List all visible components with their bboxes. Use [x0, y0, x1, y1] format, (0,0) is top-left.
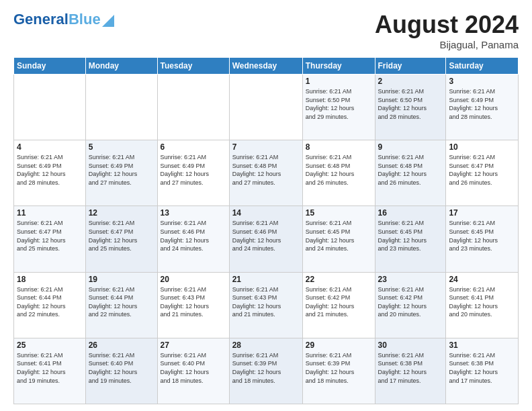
col-wednesday: Wednesday: [229, 58, 302, 75]
week-row-2: 11Sunrise: 6:21 AM Sunset: 6:47 PM Dayli…: [14, 206, 519, 272]
day-info: Sunrise: 6:21 AM Sunset: 6:38 PM Dayligh…: [449, 351, 515, 385]
calendar-cell: 6Sunrise: 6:21 AM Sunset: 6:49 PM Daylig…: [157, 140, 229, 206]
svg-marker-0: [102, 15, 114, 27]
calendar-table: Sunday Monday Tuesday Wednesday Thursday…: [13, 57, 519, 404]
day-number: 6: [161, 142, 226, 152]
day-info: Sunrise: 6:21 AM Sunset: 6:40 PM Dayligh…: [161, 351, 226, 385]
day-info: Sunrise: 6:21 AM Sunset: 6:48 PM Dayligh…: [378, 153, 443, 187]
day-info: Sunrise: 6:21 AM Sunset: 6:43 PM Dayligh…: [232, 285, 300, 319]
day-info: Sunrise: 6:21 AM Sunset: 6:42 PM Dayligh…: [378, 285, 443, 319]
day-number: 13: [161, 208, 226, 218]
day-number: 9: [378, 142, 443, 152]
day-number: 20: [161, 275, 226, 284]
day-info: Sunrise: 6:21 AM Sunset: 6:46 PM Dayligh…: [161, 219, 226, 253]
title-block: August 2024 Bijagual, Panama: [375, 11, 519, 50]
day-number: 29: [306, 340, 372, 350]
day-info: Sunrise: 6:21 AM Sunset: 6:47 PM Dayligh…: [449, 153, 515, 187]
calendar-cell: 3Sunrise: 6:21 AM Sunset: 6:49 PM Daylig…: [446, 75, 519, 140]
day-number: 30: [378, 340, 443, 350]
calendar-cell: 10Sunrise: 6:21 AM Sunset: 6:47 PM Dayli…: [446, 140, 519, 206]
day-number: 21: [232, 275, 300, 284]
week-row-0: 1Sunrise: 6:21 AM Sunset: 6:50 PM Daylig…: [14, 75, 519, 140]
calendar-cell: 29Sunrise: 6:21 AM Sunset: 6:39 PM Dayli…: [302, 338, 375, 404]
day-number: 7: [232, 142, 300, 152]
calendar-cell: 17Sunrise: 6:21 AM Sunset: 6:45 PM Dayli…: [446, 206, 519, 272]
calendar-cell: 16Sunrise: 6:21 AM Sunset: 6:45 PM Dayli…: [375, 206, 446, 272]
calendar-cell: 18Sunrise: 6:21 AM Sunset: 6:44 PM Dayli…: [14, 272, 86, 338]
day-info: Sunrise: 6:21 AM Sunset: 6:39 PM Dayligh…: [306, 351, 372, 385]
calendar-cell: [85, 75, 157, 140]
day-number: 2: [378, 77, 443, 86]
day-number: 4: [17, 142, 83, 152]
calendar-cell: 19Sunrise: 6:21 AM Sunset: 6:44 PM Dayli…: [85, 272, 157, 338]
location: Bijagual, Panama: [375, 39, 519, 50]
day-info: Sunrise: 6:21 AM Sunset: 6:44 PM Dayligh…: [89, 285, 154, 319]
day-info: Sunrise: 6:21 AM Sunset: 6:45 PM Dayligh…: [306, 219, 372, 253]
calendar-cell: 4Sunrise: 6:21 AM Sunset: 6:49 PM Daylig…: [14, 140, 86, 206]
day-info: Sunrise: 6:21 AM Sunset: 6:39 PM Dayligh…: [232, 351, 300, 385]
calendar-cell: 28Sunrise: 6:21 AM Sunset: 6:39 PM Dayli…: [229, 338, 302, 404]
calendar-cell: [157, 75, 229, 140]
day-number: 16: [378, 208, 443, 218]
day-info: Sunrise: 6:21 AM Sunset: 6:49 PM Dayligh…: [17, 153, 83, 187]
day-number: 12: [89, 208, 154, 218]
col-friday: Friday: [375, 58, 446, 75]
day-number: 26: [89, 340, 154, 350]
day-info: Sunrise: 6:21 AM Sunset: 6:45 PM Dayligh…: [378, 219, 443, 253]
calendar-cell: 20Sunrise: 6:21 AM Sunset: 6:43 PM Dayli…: [157, 272, 229, 338]
day-number: 22: [306, 275, 372, 284]
day-number: 5: [89, 142, 154, 152]
day-number: 19: [89, 275, 154, 284]
header-row: Sunday Monday Tuesday Wednesday Thursday…: [14, 58, 519, 75]
day-number: 27: [161, 340, 226, 350]
calendar-cell: 5Sunrise: 6:21 AM Sunset: 6:49 PM Daylig…: [85, 140, 157, 206]
calendar-cell: 22Sunrise: 6:21 AM Sunset: 6:42 PM Dayli…: [302, 272, 375, 338]
day-info: Sunrise: 6:21 AM Sunset: 6:50 PM Dayligh…: [306, 87, 372, 121]
day-info: Sunrise: 6:21 AM Sunset: 6:41 PM Dayligh…: [449, 285, 515, 319]
week-row-1: 4Sunrise: 6:21 AM Sunset: 6:49 PM Daylig…: [14, 140, 519, 206]
day-info: Sunrise: 6:21 AM Sunset: 6:43 PM Dayligh…: [161, 285, 226, 319]
day-info: Sunrise: 6:21 AM Sunset: 6:46 PM Dayligh…: [232, 219, 300, 253]
calendar-cell: 7Sunrise: 6:21 AM Sunset: 6:48 PM Daylig…: [229, 140, 302, 206]
day-number: 31: [449, 340, 515, 350]
day-info: Sunrise: 6:21 AM Sunset: 6:47 PM Dayligh…: [89, 219, 154, 253]
day-number: 24: [449, 275, 515, 284]
col-tuesday: Tuesday: [157, 58, 229, 75]
calendar-cell: 26Sunrise: 6:21 AM Sunset: 6:40 PM Dayli…: [85, 338, 157, 404]
calendar-cell: 27Sunrise: 6:21 AM Sunset: 6:40 PM Dayli…: [157, 338, 229, 404]
day-number: 15: [306, 208, 372, 218]
logo-general: General: [13, 11, 69, 28]
logo-triangle-icon: [102, 15, 114, 27]
calendar-cell: 11Sunrise: 6:21 AM Sunset: 6:47 PM Dayli…: [14, 206, 86, 272]
calendar-cell: 24Sunrise: 6:21 AM Sunset: 6:41 PM Dayli…: [446, 272, 519, 338]
day-info: Sunrise: 6:21 AM Sunset: 6:48 PM Dayligh…: [306, 153, 372, 187]
day-number: 17: [449, 208, 515, 218]
day-number: 3: [449, 77, 515, 86]
header: General Blue August 2024 Bijagual, Panam…: [13, 11, 519, 50]
calendar-cell: 8Sunrise: 6:21 AM Sunset: 6:48 PM Daylig…: [302, 140, 375, 206]
calendar-cell: 2Sunrise: 6:21 AM Sunset: 6:50 PM Daylig…: [375, 75, 446, 140]
day-info: Sunrise: 6:21 AM Sunset: 6:47 PM Dayligh…: [17, 219, 83, 253]
day-info: Sunrise: 6:21 AM Sunset: 6:49 PM Dayligh…: [449, 87, 515, 121]
day-number: 14: [232, 208, 300, 218]
page: General Blue August 2024 Bijagual, Panam…: [0, 0, 532, 411]
day-number: 10: [449, 142, 515, 152]
day-info: Sunrise: 6:21 AM Sunset: 6:41 PM Dayligh…: [17, 351, 83, 385]
calendar-cell: 30Sunrise: 6:21 AM Sunset: 6:38 PM Dayli…: [375, 338, 446, 404]
day-info: Sunrise: 6:21 AM Sunset: 6:48 PM Dayligh…: [232, 153, 300, 187]
col-thursday: Thursday: [302, 58, 375, 75]
day-info: Sunrise: 6:21 AM Sunset: 6:38 PM Dayligh…: [378, 351, 443, 385]
day-info: Sunrise: 6:21 AM Sunset: 6:40 PM Dayligh…: [89, 351, 154, 385]
logo: General Blue: [13, 11, 114, 28]
calendar-cell: 9Sunrise: 6:21 AM Sunset: 6:48 PM Daylig…: [375, 140, 446, 206]
calendar-cell: 31Sunrise: 6:21 AM Sunset: 6:38 PM Dayli…: [446, 338, 519, 404]
calendar-cell: 15Sunrise: 6:21 AM Sunset: 6:45 PM Dayli…: [302, 206, 375, 272]
calendar-cell: [14, 75, 86, 140]
calendar-cell: 14Sunrise: 6:21 AM Sunset: 6:46 PM Dayli…: [229, 206, 302, 272]
day-info: Sunrise: 6:21 AM Sunset: 6:44 PM Dayligh…: [17, 285, 83, 319]
day-number: 25: [17, 340, 83, 350]
col-saturday: Saturday: [446, 58, 519, 75]
calendar-cell: 25Sunrise: 6:21 AM Sunset: 6:41 PM Dayli…: [14, 338, 86, 404]
week-row-4: 25Sunrise: 6:21 AM Sunset: 6:41 PM Dayli…: [14, 338, 519, 404]
week-row-3: 18Sunrise: 6:21 AM Sunset: 6:44 PM Dayli…: [14, 272, 519, 338]
